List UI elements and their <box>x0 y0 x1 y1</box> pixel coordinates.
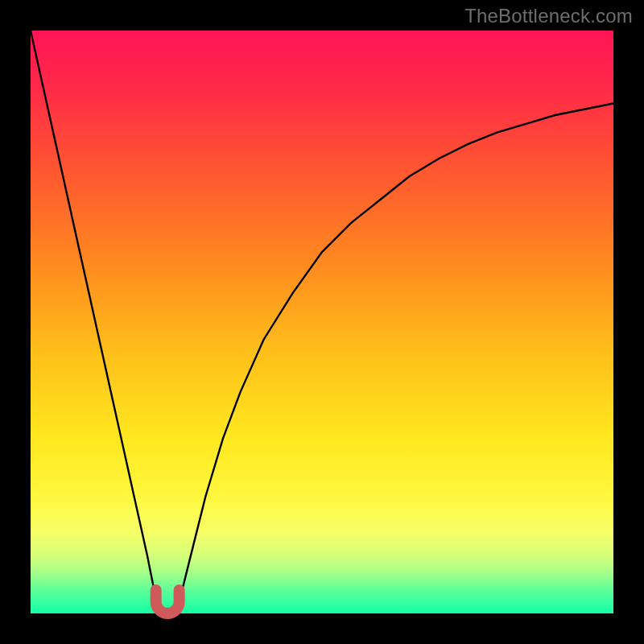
curve-left-branch <box>31 31 159 608</box>
plot-area <box>31 31 613 613</box>
curve-right-branch <box>176 104 613 608</box>
chart-svg <box>31 31 613 613</box>
outer-frame: TheBottleneck.com <box>0 0 644 644</box>
watermark-text: TheBottleneck.com <box>464 5 633 27</box>
optimal-marker <box>156 590 180 613</box>
